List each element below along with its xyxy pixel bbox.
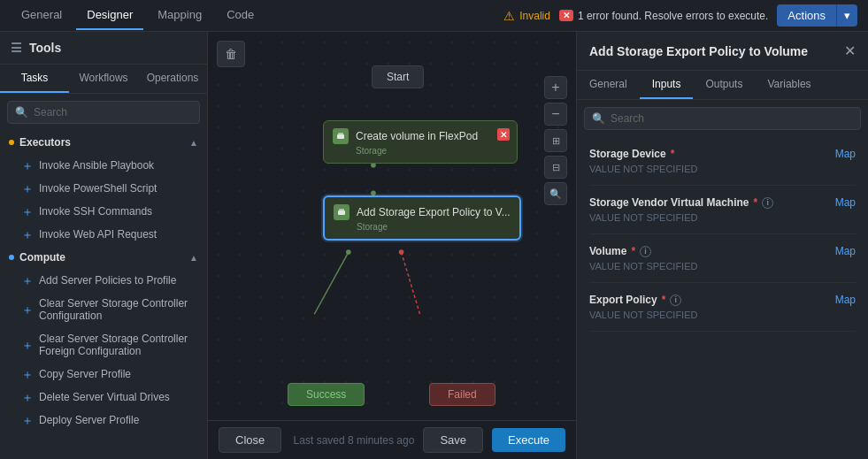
item-label: Clear Server Storage Controller Foreign … (39, 333, 198, 357)
sidebar-item-invoke-webapi[interactable]: ＋ Invoke Web API Request (0, 223, 207, 246)
actions-label[interactable]: Actions (777, 4, 836, 27)
tab-designer[interactable]: Designer (76, 1, 143, 30)
node1-header: Create volume in FlexPod (333, 128, 508, 144)
start-node: Start (372, 65, 424, 88)
field-label-row-3: Volume * i Map (589, 245, 856, 257)
info-icon-4[interactable]: i (670, 295, 681, 306)
panel-content: Storage Device * Map VALUE NOT SPECIFIED… (577, 137, 868, 459)
panel-title: Add Storage Export Policy to Volume (589, 44, 808, 58)
executor-section-label: Executors (19, 136, 71, 149)
svg-point-8 (399, 249, 404, 255)
start-label: Start (387, 71, 409, 83)
info-icon-3[interactable]: i (640, 246, 651, 257)
execute-button[interactable]: Execute (492, 428, 565, 452)
plus-icon: ＋ (21, 414, 34, 426)
section-left-compute: Compute (9, 251, 65, 264)
zoom-controls: + − ⊞ ⊟ 🔍 (544, 76, 567, 205)
sidebar-tab-tasks[interactable]: Tasks (0, 65, 69, 93)
section-left-executors: Executors (9, 136, 71, 149)
field-label-row-1: Storage Device * Map (589, 148, 856, 160)
section-header-executors[interactable]: Executors ▲ (0, 131, 207, 154)
item-label: Add Server Policies to Profile (39, 274, 176, 287)
sidebar-tab-operations[interactable]: Operations (138, 65, 207, 93)
compute-section-label: Compute (19, 251, 65, 264)
flow-diagram: Start Create volume in FlexPod Storage ✕ (252, 58, 532, 415)
info-icon-2[interactable]: i (762, 197, 773, 209)
tab-mapping[interactable]: Mapping (147, 1, 212, 30)
panel-close-button[interactable]: ✕ (844, 42, 856, 59)
panel-tab-general[interactable]: General (577, 71, 640, 99)
zoom-out-button[interactable]: − (544, 103, 567, 126)
field-label-1: Storage Device * (589, 148, 674, 160)
fit-view-button[interactable]: ⊞ (544, 129, 567, 152)
section-header-compute[interactable]: Compute ▲ (0, 246, 207, 269)
zoom-in-button[interactable]: + (544, 76, 567, 99)
plus-icon: ＋ (21, 368, 34, 380)
sidebar: ☰ Tools Tasks Workflows Operations 🔍 Exe… (0, 32, 208, 459)
right-panel: Add Storage Export Policy to Volume ✕ Ge… (576, 32, 868, 459)
field-label-row-2: Storage Vendor Virtual Machine * i Map (589, 196, 856, 209)
map-button-1[interactable]: Map (835, 148, 856, 160)
node1-error-badge: ✕ (497, 128, 510, 141)
compute-chevron: ▲ (189, 253, 198, 263)
canvas-toolbar: 🗑 (217, 41, 245, 67)
field-value-4: VALUE NOT SPECIFIED (589, 310, 856, 320)
close-button[interactable]: Close (219, 427, 281, 453)
sidebar-item-deploy-server-profile[interactable]: ＋ Deploy Server Profile (0, 409, 207, 432)
sidebar-menu-icon: ☰ (11, 41, 22, 55)
svg-line-5 (314, 252, 349, 314)
flow-node-1[interactable]: Create volume in FlexPod Storage ✕ (323, 120, 518, 164)
map-button-3[interactable]: Map (835, 245, 856, 257)
sidebar-item-delete-virtual-drives[interactable]: ＋ Delete Server Virtual Drives (0, 386, 207, 409)
sidebar-search-box: 🔍 (7, 101, 200, 124)
panel-tab-outputs[interactable]: Outputs (693, 71, 755, 99)
tab-code[interactable]: Code (216, 1, 265, 30)
field-name-4: Export Policy (589, 294, 657, 306)
actions-button[interactable]: Actions ▾ (777, 4, 857, 27)
field-value-1: VALUE NOT SPECIFIED (589, 164, 856, 174)
flow-node-2[interactable]: Add Storage Export Policy to V... Storag… (323, 195, 521, 241)
save-button[interactable]: Save (423, 427, 483, 453)
actions-caret[interactable]: ▾ (836, 4, 857, 27)
field-storage-vendor-vm: Storage Vendor Virtual Machine * i Map V… (589, 186, 856, 234)
panel-tab-variables[interactable]: Variables (755, 71, 823, 99)
tab-general[interactable]: General (11, 1, 73, 30)
panel-search-icon: 🔍 (592, 112, 605, 125)
field-value-3: VALUE NOT SPECIFIED (589, 261, 856, 272)
svg-rect-10 (338, 133, 343, 134)
sidebar-item-clear-storage-controller[interactable]: ＋ Clear Server Storage Controller Config… (0, 292, 207, 327)
item-label: Invoke Web API Request (39, 228, 157, 241)
field-volume: Volume * i Map VALUE NOT SPECIFIED (589, 234, 856, 283)
delete-button[interactable]: 🗑 (217, 41, 245, 67)
panel-search-input[interactable] (611, 112, 853, 125)
sidebar-content: Executors ▲ ＋ Invoke Ansible Playbook ＋ … (0, 131, 207, 459)
storage-icon-1 (333, 128, 349, 144)
sidebar-header: ☰ Tools (0, 32, 207, 65)
field-label-row-4: Export Policy * i Map (589, 294, 856, 306)
group-button[interactable]: ⊟ (544, 156, 567, 179)
success-label: Success (306, 388, 346, 401)
sidebar-item-invoke-ansible[interactable]: ＋ Invoke Ansible Playbook (0, 154, 207, 177)
field-name-3: Volume (589, 245, 626, 257)
panel-search-box: 🔍 (584, 107, 861, 130)
field-export-policy: Export Policy * i Map VALUE NOT SPECIFIE… (589, 283, 856, 332)
sidebar-tab-workflows[interactable]: Workflows (69, 65, 138, 93)
sidebar-item-copy-server-profile[interactable]: ＋ Copy Server Profile (0, 363, 207, 386)
search-input[interactable] (34, 106, 192, 119)
field-value-2: VALUE NOT SPECIFIED (589, 212, 856, 223)
sidebar-item-invoke-powershell[interactable]: ＋ Invoke PowerShell Script (0, 177, 207, 200)
canvas-area[interactable]: 🗑 + − ⊞ ⊟ 🔍 (208, 32, 576, 459)
node1-subtitle: Storage (333, 146, 508, 156)
panel-tab-inputs[interactable]: Inputs (640, 71, 694, 99)
field-name-2: Storage Vendor Virtual Machine (589, 196, 749, 209)
svg-point-6 (346, 249, 351, 255)
plus-icon: ＋ (21, 159, 34, 172)
search-canvas-button[interactable]: 🔍 (544, 182, 567, 205)
main-layout: ☰ Tools Tasks Workflows Operations 🔍 Exe… (0, 32, 868, 459)
sidebar-item-add-server-policies[interactable]: ＋ Add Server Policies to Profile (0, 269, 207, 292)
sidebar-item-clear-storage-foreign[interactable]: ＋ Clear Server Storage Controller Foreig… (0, 327, 207, 363)
sidebar-item-invoke-ssh[interactable]: ＋ Invoke SSH Commands (0, 200, 207, 223)
map-button-4[interactable]: Map (835, 294, 856, 306)
plus-icon: ＋ (21, 205, 34, 218)
map-button-2[interactable]: Map (835, 196, 856, 209)
